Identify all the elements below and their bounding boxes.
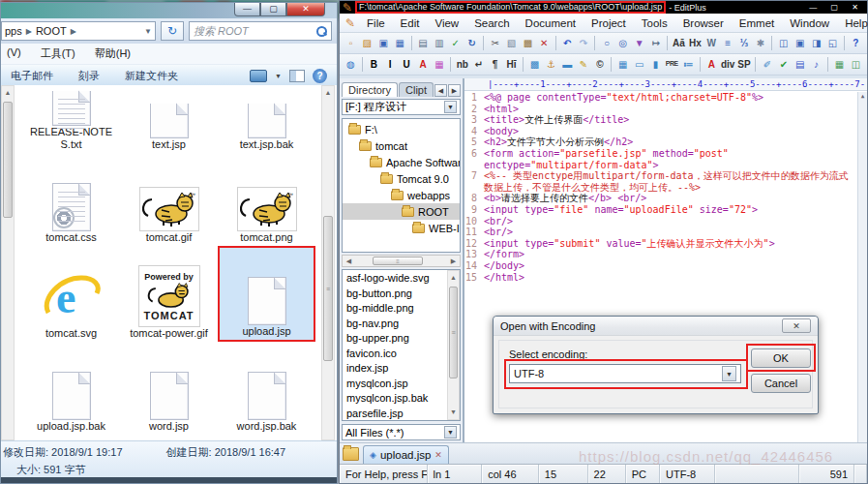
file-tile-word.jsp[interactable]: word.jsp xyxy=(120,342,218,435)
open-icon[interactable]: ▨ xyxy=(359,35,375,51)
music-icon[interactable]: ♪ xyxy=(808,56,824,73)
search-input[interactable]: 搜索 ROOT xyxy=(189,21,332,41)
tree-hscrollbar[interactable]: ◀≡▶ xyxy=(342,255,461,267)
help-icon[interactable]: ? xyxy=(313,69,327,83)
code-line[interactable]: 2<html> xyxy=(464,104,857,115)
file-tile-upload.jsp.bak[interactable]: upload.jsp.bak xyxy=(22,342,120,435)
address-dropdown-icon[interactable]: ▼ xyxy=(144,27,152,36)
tree-item-webapps[interactable]: webapps xyxy=(343,187,460,203)
code-line[interactable]: 9<input type="file" name="uploadFile" si… xyxy=(464,204,857,216)
menu-file[interactable]: File xyxy=(359,17,393,29)
list-icon[interactable]: ≔ xyxy=(680,56,697,73)
underline-icon[interactable]: U xyxy=(399,56,415,73)
menu-view[interactable]: View xyxy=(427,17,466,29)
file-tile-tomcat.png[interactable]: ™tomcat.png xyxy=(218,153,315,246)
file-list-item[interactable]: index.jsp xyxy=(346,362,444,378)
file-tile-tomcat.svg[interactable]: etomcat.svg xyxy=(22,246,120,342)
explorer-titlebar[interactable]: — ▢ ✕ xyxy=(1,3,337,18)
file-list-item[interactable]: bg-middle.png xyxy=(346,302,444,318)
layout-icon[interactable]: ◫ xyxy=(848,56,864,73)
goto-line-icon[interactable]: ↦ xyxy=(647,35,664,51)
file-tile-RELEASE-NOTES.txt[interactable]: RELEASE-NOTES.txt xyxy=(22,85,120,153)
context-help-icon[interactable]: ? xyxy=(848,35,864,51)
code-line[interactable]: enctype="multipart/form-data"> xyxy=(464,160,857,171)
file-tile-upload.jsp[interactable]: upload.jsp xyxy=(218,246,315,342)
tree-item-Tomcat90[interactable]: Tomcat 9.0 xyxy=(343,170,460,187)
file-list-item[interactable]: bg-nav.png xyxy=(346,318,444,333)
code-line[interactable]: 1<%@ page contentType="text/html;charset… xyxy=(464,92,857,104)
breadcrumb-prefix[interactable]: pps xyxy=(5,25,22,37)
image-icon[interactable]: ▩ xyxy=(526,56,543,73)
paste-icon[interactable]: ▩ xyxy=(520,35,536,51)
copy-icon[interactable]: ▧ xyxy=(503,35,520,51)
menu-project[interactable]: Project xyxy=(584,17,634,29)
code-line[interactable]: 8<b>请选择要上传的文件</b> <br/> xyxy=(464,193,857,204)
table-icon[interactable]: ▦ xyxy=(614,56,631,73)
div-icon[interactable]: div xyxy=(720,56,736,73)
copyright-icon[interactable]: © xyxy=(591,56,608,73)
new-view-icon[interactable]: ◨ xyxy=(808,35,824,51)
code-line[interactable]: 13</form> xyxy=(464,249,857,260)
tab-close-icon[interactable]: ✕ xyxy=(434,450,442,460)
span-icon[interactable]: SP xyxy=(736,56,753,73)
nbsp-icon[interactable]: nb xyxy=(454,56,470,73)
menu-item[interactable]: 工具(T) xyxy=(41,46,75,61)
file-filter-select[interactable]: All Files (*.*) ▼ xyxy=(342,424,461,440)
code-line[interactable]: 14</body> xyxy=(464,260,857,272)
hex-view-icon[interactable]: Hx xyxy=(687,35,703,51)
editplus-titlebar[interactable]: ✎ F:\tomcat\Apache Software Foundation\T… xyxy=(340,1,867,14)
folder-icon[interactable] xyxy=(343,447,359,461)
menu-item[interactable]: 帮助(H) xyxy=(95,46,131,61)
redo-icon[interactable]: ↷ xyxy=(576,35,592,51)
menu-edit[interactable]: Edit xyxy=(393,17,428,29)
bold-icon[interactable]: B xyxy=(366,56,382,73)
code-line[interactable]: 15</html> xyxy=(464,272,857,284)
encoding-select[interactable]: UTF-8 ▼ xyxy=(509,364,741,383)
fullscreen-icon[interactable]: ◱ xyxy=(824,35,841,51)
dialog-titlebar[interactable]: Open with Encoding ✕ xyxy=(494,317,818,336)
table-col-icon[interactable]: ▮ xyxy=(647,56,664,73)
views-dropdown-icon[interactable]: ▼ xyxy=(275,73,282,79)
file-list-item[interactable]: parsefile.jsp xyxy=(346,408,444,422)
breadcrumb-current[interactable]: ROOT xyxy=(36,25,67,37)
italic-icon[interactable]: I xyxy=(382,56,399,73)
refresh-button[interactable]: ↻ xyxy=(161,21,184,41)
file-list-item[interactable]: asf-logo-wide.svg xyxy=(346,272,444,287)
file-tile-tomcat-power.gif[interactable]: Powered byTOMCATtomcat-power.gif xyxy=(120,246,218,342)
document-tab[interactable]: ◈ upload.jsp ✕ xyxy=(363,445,449,464)
editor-scrollbar[interactable]: ▲ xyxy=(857,92,867,442)
menu-document[interactable]: Document xyxy=(518,17,584,29)
breadcrumb[interactable]: pps ▶ ROOT ▶ ▼ xyxy=(1,21,156,41)
font-icon[interactable]: Aā xyxy=(671,35,687,51)
undo-icon[interactable]: ↶ xyxy=(559,35,576,51)
menu-search[interactable]: Search xyxy=(466,17,517,29)
file-tile-tomcat.css[interactable]: tomcat.css xyxy=(22,153,120,246)
search-icon[interactable] xyxy=(316,26,327,37)
hr-icon[interactable]: ▬ xyxy=(559,56,576,73)
line-number-icon[interactable]: ⅓ xyxy=(736,35,753,51)
line-break-icon[interactable]: ↵ xyxy=(470,56,487,73)
browser-view-icon[interactable]: ▣ xyxy=(792,35,808,51)
file-list-item[interactable]: mysqlcon.jsp.bak xyxy=(346,392,444,408)
chevron-down-icon[interactable]: ▼ xyxy=(722,366,736,381)
find-icon[interactable]: ○ xyxy=(598,35,614,51)
toolbar-item[interactable]: 刻录 xyxy=(78,69,100,83)
code-line[interactable]: 10<br/> xyxy=(464,216,857,227)
ok-button[interactable]: OK xyxy=(751,348,811,368)
menu-window[interactable]: Window xyxy=(782,17,837,29)
file-list-item[interactable]: bg-upper.png xyxy=(346,332,444,348)
toolbar-item[interactable]: 新建文件夹 xyxy=(125,69,178,83)
file-tile-word.jsp.bak[interactable]: word.jsp.bak xyxy=(218,342,315,435)
list-scrollbar[interactable]: ▲≡▼ xyxy=(447,270,460,420)
code-line[interactable]: 5<h2>文件字节大小分析示例</h2> xyxy=(464,136,857,148)
new-file-icon[interactable]: ▫ xyxy=(343,35,359,51)
file-tile-text.jsp[interactable]: text.jsp xyxy=(120,85,218,153)
tree-item-ROOT[interactable]: ROOT xyxy=(343,203,460,220)
paragraph-icon[interactable]: ¶ xyxy=(487,56,503,73)
script-icon[interactable]: ✐ xyxy=(759,56,775,73)
left-scrollbar[interactable]: ▲ xyxy=(1,85,15,440)
tab-cliptext[interactable]: Clipt xyxy=(399,82,434,97)
delete-icon[interactable]: ✕ xyxy=(536,35,553,51)
toolbar-item[interactable]: 电子邮件 xyxy=(11,69,53,83)
replace-icon[interactable]: ◎ xyxy=(614,35,631,51)
